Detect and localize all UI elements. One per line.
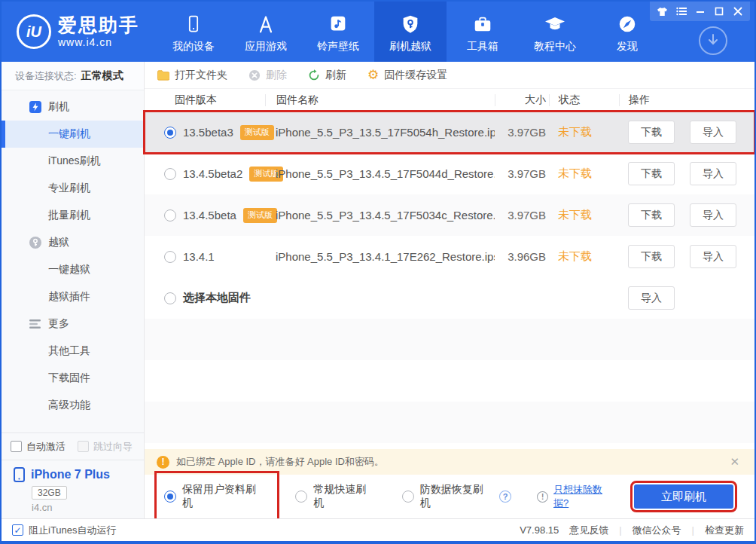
import-button[interactable]: 导入 [628,286,675,310]
nav-tutorials[interactable]: 教程中心 [519,2,591,62]
nav-label: 教程中心 [534,40,576,53]
flash-now-button[interactable]: 立即刷机 [634,484,733,509]
feedback-link[interactable]: 意见反馈 [569,524,608,537]
download-button[interactable]: 下载 [628,162,675,185]
sidebar-item-one-click-jailbreak[interactable]: 一键越狱 [2,256,144,283]
erase-data-link[interactable]: 只想抹除数据? [553,483,617,510]
import-button[interactable]: 导入 [690,245,736,268]
close-icon[interactable] [728,4,747,19]
menu-label: iTunes刷机 [48,154,101,168]
firmware-status: 未下载 [549,208,619,222]
option-anti-data-recovery-flash[interactable]: 防数据恢复刷机 [402,483,511,510]
menu-list-icon[interactable] [672,4,690,19]
firmware-filename: iPhone_5.5_P3_13.4.5_17F5034c_Restore.ip… [265,209,495,222]
sidebar-item-advanced-features[interactable]: 高级功能 [2,392,144,419]
theme-skin-icon[interactable] [653,4,672,19]
menu-label: 一键刷机 [48,127,90,141]
gear-icon: ⚙ [367,69,379,81]
block-itunes-checkbox[interactable]: 阻止iTunes自动运行 [12,524,117,537]
empty-rows-area [145,319,754,449]
connection-status-label: 设备连接状态: [15,69,77,83]
sidebar-item-one-click-flash[interactable]: 一键刷机 [2,121,144,148]
main-nav: 我的设备 应用游戏 铃声壁纸 刷机越狱 [157,2,663,62]
sidebar-item-other-tools[interactable]: 其他工具 [2,338,144,365]
download-manager-icon[interactable] [699,26,727,55]
minimize-icon[interactable] [690,4,709,19]
graduation-icon [544,10,566,35]
menu-label: 越狱插件 [48,290,90,304]
radio-icon[interactable] [164,209,176,222]
main-panel: 打开文件夹 删除 刷新 ⚙ 固件缓存设置 固件版本 固件名称 大小 [145,62,754,518]
nav-label: 我的设备 [172,40,215,53]
sidebar-item-pro-flash[interactable]: 专业刷机 [2,175,144,202]
refresh-icon [308,69,320,81]
nav-toolbox[interactable]: 工具箱 [447,2,519,62]
radio-icon[interactable] [164,292,176,304]
cache-settings-label: 固件缓存设置 [384,69,447,82]
shield-key-icon [400,10,421,35]
local-firmware-row[interactable]: 选择本地固件 导入 [145,277,754,319]
sidebar-section-jailbreak[interactable]: 越狱 [2,229,144,256]
refresh-button[interactable]: 刷新 [308,69,346,82]
firmware-filename: iPhone_5.5_P3_13.4.5_17F5044d_Restore.ip… [265,167,495,180]
auto-activate-checkbox[interactable]: 自动激活 [11,440,66,454]
download-button[interactable]: 下载 [628,203,675,227]
nav-ringtones-wallpapers[interactable]: 铃声壁纸 [302,2,374,62]
sidebar-item-itunes-flash[interactable]: iTunes刷机 [2,148,144,175]
appstore-icon [255,10,276,35]
nav-flash-jailbreak[interactable]: 刷机越狱 [374,2,447,62]
checkbox-label: 自动激活 [26,440,66,454]
option-keep-user-data[interactable]: 保留用户资料刷机 [164,483,266,510]
firmware-row[interactable]: 13.5beta3 测试版 iPhone_5.5_P3_13.5_17F5054… [145,112,754,153]
status-bar: 阻止iTunes自动运行 V7.98.15 意见反馈 | 微信公众号 | 检查更… [2,518,754,541]
device-capacity-badge: 32GB [32,486,67,500]
download-button[interactable]: 下载 [628,121,675,144]
firmware-row[interactable]: 13.4.5beta2 测试版 iPhone_5.5_P3_13.4.5_17F… [145,153,754,194]
import-button[interactable]: 导入 [690,121,736,144]
download-button[interactable]: 下载 [628,245,675,268]
menu-label: 其他工具 [48,344,90,358]
nav-my-device[interactable]: 我的设备 [157,2,230,62]
col-header-status: 状态 [549,94,619,106]
import-button[interactable]: 导入 [690,162,736,185]
flash-options-bar: 保留用户资料刷机 常规快速刷机 防数据恢复刷机 只想抹除数据? 立即刷机 [145,475,754,518]
skip-setup-checkbox[interactable]: 跳过向导 [78,440,133,454]
menu-label: 批量刷机 [48,209,90,222]
sidebar-item-batch-flash[interactable]: 批量刷机 [2,202,144,229]
radio-icon[interactable] [164,168,176,180]
help-icon[interactable] [499,491,511,503]
firmware-row[interactable]: 13.4.5beta 测试版 iPhone_5.5_P3_13.4.5_17F5… [145,194,754,236]
notice-close-icon[interactable]: ✕ [727,455,742,469]
more-lines-icon [27,319,44,329]
toolbar: 打开文件夹 删除 刷新 ⚙ 固件缓存设置 [145,62,754,89]
menu-label: 专业刷机 [48,182,90,195]
nav-apps-games[interactable]: 应用游戏 [230,2,302,62]
check-update-link[interactable]: 检查更新 [705,524,744,537]
sidebar: 设备连接状态: 正常模式 刷机 一键刷机 iTunes刷机 专业刷机 [2,62,145,518]
notice-text: 如已绑定 Apple ID，请准备好 Apple ID和密码。 [176,455,384,469]
checkbox-checked-icon [12,524,23,536]
radio-selected-icon[interactable] [164,127,176,139]
delete-button[interactable]: 删除 [248,69,287,82]
sidebar-section-more[interactable]: 更多 [2,310,144,338]
option-normal-fast-flash[interactable]: 常规快速刷机 [295,483,376,510]
apple-id-notice-bar: ! 如已绑定 Apple ID，请准备好 Apple ID和密码。 ✕ [145,449,754,475]
firmware-size: 3.96GB [495,250,549,263]
app-window: iU 爱思助手 www.i4.cn 我的设备 应用游戏 [0,0,756,544]
import-button[interactable]: 导入 [690,203,736,227]
sidebar-section-flash[interactable]: 刷机 [2,93,144,121]
firmware-cache-settings-button[interactable]: ⚙ 固件缓存设置 [367,69,447,82]
radio-icon[interactable] [164,251,176,263]
sidebar-item-jailbreak-plugins[interactable]: 越狱插件 [2,283,144,310]
option-label: 常规快速刷机 [313,483,376,510]
toolbox-icon [472,10,493,35]
exclaim-icon [537,491,548,503]
wechat-link[interactable]: 微信公众号 [633,524,681,537]
window-controls [650,2,750,21]
maximize-icon[interactable] [709,4,728,19]
open-folder-button[interactable]: 打开文件夹 [157,69,227,82]
radio-icon [402,491,414,503]
col-header-action: 操作 [619,94,754,106]
firmware-row[interactable]: 13.4.1 iPhone_5.5_P3_13.4.1_17E262_Resto… [145,236,754,277]
sidebar-item-download-firmware[interactable]: 下载固件 [2,365,144,392]
